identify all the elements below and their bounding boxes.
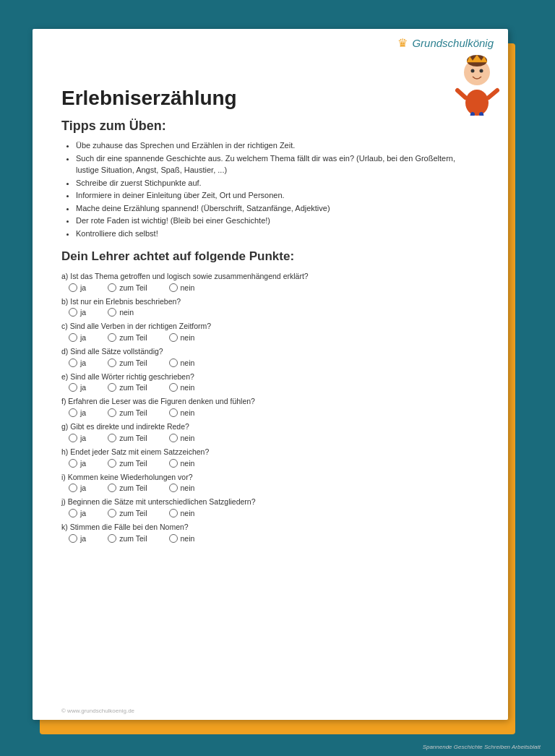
radio-option-ja[interactable]: ja (69, 408, 86, 417)
radio-label: nein (181, 434, 195, 442)
radio-option-nein[interactable]: nein (169, 408, 195, 417)
radio-label: zum Teil (119, 509, 147, 517)
radio-option-ja[interactable]: ja (69, 308, 86, 317)
radio-circle (169, 333, 178, 342)
check-question-6: g) Gibt es direkte und indirekte Rede? (61, 421, 479, 432)
character-illustration (454, 51, 504, 116)
radio-option-ja[interactable]: ja (69, 509, 86, 517)
svg-point-0 (465, 90, 489, 116)
tips-heading: Tipps zum Üben: (61, 119, 479, 134)
radio-label: ja (80, 408, 86, 417)
tip-4: Informiere in deiner Einleitung über Zei… (76, 189, 479, 202)
radio-option-nein[interactable]: nein (169, 358, 195, 367)
check-options-9: jazum Teilnein (61, 509, 479, 517)
radio-circle (69, 358, 77, 367)
radio-option-ja[interactable]: ja (69, 534, 86, 543)
radio-option-zum-Teil[interactable]: zum Teil (108, 509, 147, 517)
white-paper: ♛ Grundschulkönig Erlebniserzählun (33, 29, 508, 720)
check-item-g: g) Gibt es direkte und indirekte Rede?ja… (61, 421, 479, 442)
radio-label: zum Teil (119, 459, 147, 468)
radio-circle (108, 484, 116, 492)
radio-label: nein (181, 283, 195, 292)
radio-option-nein[interactable]: nein (169, 434, 195, 442)
radio-label: zum Teil (119, 358, 147, 367)
check-options-2: jazum Teilnein (61, 333, 479, 342)
svg-line-7 (489, 90, 497, 98)
radio-circle (169, 358, 178, 367)
check-options-8: jazum Teilnein (61, 484, 479, 492)
radio-option-nein[interactable]: nein (169, 383, 195, 392)
radio-label: nein (119, 308, 134, 317)
check-question-7: h) Endet jeder Satz mit einem Satzzeiche… (61, 447, 479, 458)
crown-icon: ♛ (397, 36, 408, 50)
radio-option-ja[interactable]: ja (69, 383, 86, 392)
radio-option-nein[interactable]: nein (169, 484, 195, 492)
radio-label: nein (181, 509, 195, 517)
radio-circle (169, 459, 178, 468)
radio-option-zum-Teil[interactable]: zum Teil (108, 434, 147, 442)
radio-option-nein[interactable]: nein (108, 308, 134, 317)
radio-circle (169, 283, 178, 292)
svg-point-3 (471, 69, 475, 73)
radio-option-zum-Teil[interactable]: zum Teil (108, 408, 147, 417)
brand-name: Grundschulkönig (412, 37, 494, 49)
radio-option-ja[interactable]: ja (69, 283, 86, 292)
radio-circle (108, 308, 116, 317)
radio-circle (69, 308, 77, 317)
radio-circle (108, 534, 116, 543)
check-item-a: a) Ist das Thema getroffen und logisch s… (61, 271, 479, 292)
svg-line-6 (457, 90, 465, 98)
check-options-6: jazum Teilnein (61, 434, 479, 442)
radio-option-ja[interactable]: ja (69, 358, 86, 367)
radio-option-nein[interactable]: nein (169, 534, 195, 543)
radio-label: zum Teil (119, 383, 147, 392)
radio-option-ja[interactable]: ja (69, 484, 86, 492)
radio-option-nein[interactable]: nein (169, 459, 195, 468)
radio-option-zum-Teil[interactable]: zum Teil (108, 333, 147, 342)
radio-option-nein[interactable]: nein (169, 333, 195, 342)
radio-circle (69, 534, 77, 543)
radio-option-zum-Teil[interactable]: zum Teil (108, 283, 147, 292)
radio-option-nein[interactable]: nein (169, 283, 195, 292)
radio-label: zum Teil (119, 484, 147, 492)
radio-option-zum-Teil[interactable]: zum Teil (108, 459, 147, 468)
tip-5: Mache deine Erzählung spannend! (Übersch… (76, 202, 479, 215)
radio-circle (169, 534, 178, 543)
radio-label: nein (181, 484, 195, 492)
tip-1: Übe zuhause das Sprechen und Erzählen in… (76, 139, 479, 152)
radio-option-zum-Teil[interactable]: zum Teil (108, 383, 147, 392)
radio-circle (108, 408, 116, 417)
radio-option-zum-Teil[interactable]: zum Teil (108, 484, 147, 492)
check-question-3: d) Sind alle Sätze vollständig? (61, 346, 479, 357)
radio-label: ja (80, 509, 86, 517)
check-options-5: jazum Teilnein (61, 408, 479, 417)
check-question-0: a) Ist das Thema getroffen und logisch s… (61, 271, 479, 282)
radio-option-ja[interactable]: ja (69, 459, 86, 468)
radio-label: nein (181, 358, 195, 367)
tip-2: Such dir eine spannende Geschichte aus. … (76, 153, 479, 176)
radio-label: zum Teil (119, 408, 147, 417)
brand-area: ♛ Grundschulkönig (397, 36, 494, 50)
radio-label: nein (181, 383, 195, 392)
radio-label: ja (80, 383, 86, 392)
radio-option-zum-Teil[interactable]: zum Teil (108, 534, 147, 543)
radio-circle (108, 509, 116, 517)
radio-circle (69, 383, 77, 392)
svg-line-8 (470, 114, 473, 116)
radio-circle (169, 509, 178, 517)
radio-label: ja (80, 333, 86, 342)
radio-option-ja[interactable]: ja (69, 333, 86, 342)
tips-list: Übe zuhause das Sprechen und Erzählen in… (61, 139, 479, 239)
check-question-2: c) Sind alle Verben in der richtigen Zei… (61, 321, 479, 332)
radio-label: ja (80, 434, 86, 442)
radio-circle (69, 434, 77, 442)
svg-line-9 (481, 114, 484, 116)
radio-label: nein (181, 408, 195, 417)
check-question-9: j) Beginnen die Sätze mit unterschiedlic… (61, 497, 479, 507)
svg-point-4 (480, 69, 483, 73)
radio-circle (108, 333, 116, 342)
radio-option-zum-Teil[interactable]: zum Teil (108, 358, 147, 367)
check-options-0: jazum Teilnein (61, 283, 479, 292)
radio-option-nein[interactable]: nein (169, 509, 195, 517)
radio-option-ja[interactable]: ja (69, 434, 86, 442)
